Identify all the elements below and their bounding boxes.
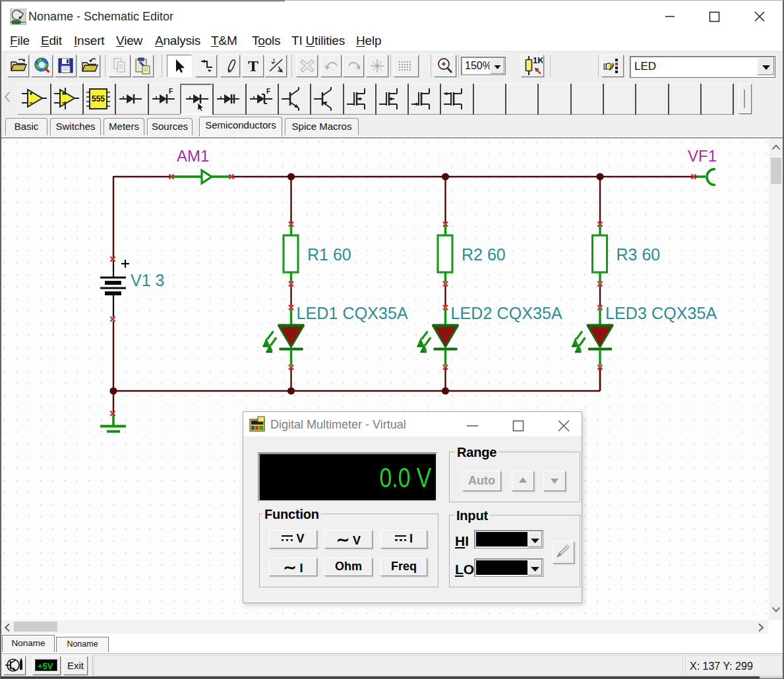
svg-text:AM1: AM1 bbox=[177, 147, 209, 165]
svg-text:1K: 1K bbox=[533, 55, 543, 65]
svg-text:LED1 CQX35A: LED1 CQX35A bbox=[297, 304, 408, 322]
svg-text:R3 60: R3 60 bbox=[617, 245, 661, 264]
svg-text:R2 60: R2 60 bbox=[462, 245, 506, 264]
svg-text:T: T bbox=[248, 57, 258, 74]
svg-text:LED3 CQX35A: LED3 CQX35A bbox=[605, 304, 717, 322]
svg-text:F: F bbox=[169, 88, 173, 95]
svg-text:VF1: VF1 bbox=[688, 147, 717, 165]
svg-text:F: F bbox=[266, 88, 270, 95]
svg-text:R1 60: R1 60 bbox=[307, 245, 351, 264]
svg-text:V1 3: V1 3 bbox=[131, 271, 164, 289]
svg-text:LED2 CQX35A: LED2 CQX35A bbox=[451, 304, 562, 322]
svg-text:555: 555 bbox=[92, 94, 105, 103]
svg-text:1: 1 bbox=[272, 57, 276, 64]
